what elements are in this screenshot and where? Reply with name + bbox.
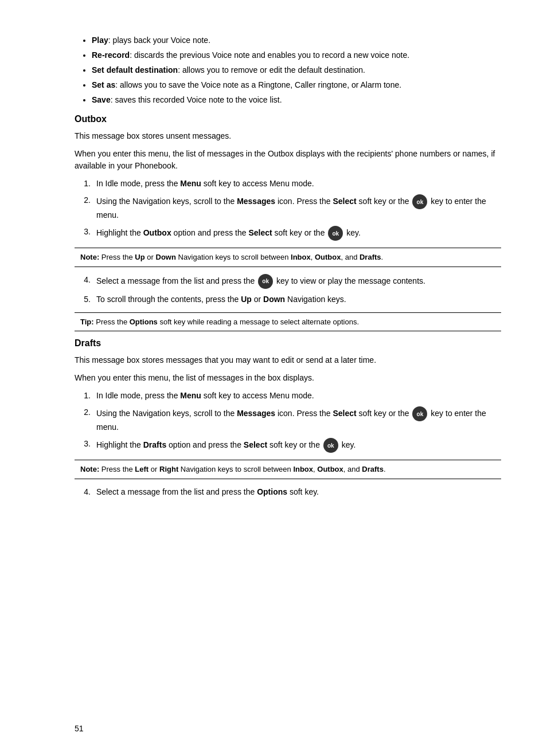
step-number: 2. [75,406,91,433]
drafts-step-1: 1. In Idle mode, press the Menu soft key… [75,390,501,402]
step-content: Using the Navigation keys, scroll to the… [96,406,501,433]
step-number: 3. [75,438,91,453]
tip-label: Tip: [80,318,94,326]
outbox-steps-2: 4. Select a message from the list and pr… [75,274,501,305]
step-content: Highlight the Drafts option and press th… [96,438,501,453]
outbox-step-5: 5. To scroll through the contents, press… [75,293,501,305]
outbox-tip: Tip: Press the Options soft key while re… [75,312,501,332]
bullet-text: : saves this recorded Voice note to the … [111,95,282,104]
list-item: Re-record: discards the previous Voice n… [92,49,501,61]
bullet-label: Set default destination [92,65,178,75]
outbox-step-1: 1. In Idle mode, press the Menu soft key… [75,178,501,190]
outbox-para1: This message box stores unsent messages. [75,130,501,142]
step-content: To scroll through the contents, press th… [96,293,501,305]
ok-button-icon: ok [328,226,343,241]
step-number: 4. [75,486,91,498]
step-content: Using the Navigation keys, scroll to the… [96,194,501,221]
outbox-heading: Outbox [75,114,501,124]
bullet-text: : plays back your Voice note. [108,36,210,45]
bullet-text: : discards the previous Voice note and e… [130,50,409,60]
bullet-text: : allows you to remove or edit the defau… [178,65,365,75]
step-content: Highlight the Outbox option and press th… [96,226,501,241]
page-number: 51 [75,724,84,733]
drafts-step-2: 2. Using the Navigation keys, scroll to … [75,406,501,433]
note-label: Note: [80,465,99,473]
ok-button-icon: ok [412,194,427,209]
drafts-note: Note: Press the Left or Right Navigation… [75,460,501,479]
drafts-heading: Drafts [75,338,501,348]
list-item: Play: plays back your Voice note. [92,34,501,46]
step-content: Select a message from the list and press… [96,486,501,498]
drafts-para2: When you enter this menu, the list of me… [75,372,501,384]
bullet-text: : allows you to save the Voice note as a… [115,80,401,89]
ok-button-icon: ok [412,406,427,421]
outbox-steps-1: 1. In Idle mode, press the Menu soft key… [75,178,501,241]
drafts-steps-1: 1. In Idle mode, press the Menu soft key… [75,390,501,453]
outbox-note: Note: Press the Up or Down Navigation ke… [75,248,501,267]
list-item: Save: saves this recorded Voice note to … [92,94,501,106]
drafts-step-3: 3. Highlight the Drafts option and press… [75,438,501,453]
step-content: In Idle mode, press the Menu soft key to… [96,178,501,190]
step-number: 1. [75,390,91,402]
step-number: 5. [75,293,91,305]
outbox-step-2: 2. Using the Navigation keys, scroll to … [75,194,501,221]
step-number: 2. [75,194,91,221]
outbox-step-4: 4. Select a message from the list and pr… [75,274,501,289]
ok-button-icon: ok [323,438,338,453]
note-label: Note: [80,253,99,261]
ok-button-icon: ok [258,274,273,289]
outbox-section: Outbox This message box stores unsent me… [75,114,501,331]
step-number: 1. [75,178,91,190]
list-item: Set default destination: allows you to r… [92,64,501,76]
outbox-para2: When you enter this menu, the list of me… [75,148,501,172]
step-content: Select a message from the list and press… [96,274,501,289]
step-number: 3. [75,226,91,241]
step-content: In Idle mode, press the Menu soft key to… [96,390,501,402]
outbox-step-3: 3. Highlight the Outbox option and press… [75,226,501,241]
list-item: Set as: allows you to save the Voice not… [92,79,501,91]
drafts-step-4: 4. Select a message from the list and pr… [75,486,501,498]
bullet-label: Play [92,36,108,45]
bullet-label: Save [92,95,111,104]
bullet-label: Re-record [92,50,130,60]
bullet-label: Set as [92,80,115,89]
drafts-section: Drafts This message box stores messages … [75,338,501,498]
step-number: 4. [75,274,91,289]
drafts-para1: This message box stores messages that yo… [75,354,501,366]
drafts-steps-2: 4. Select a message from the list and pr… [75,486,501,498]
bullet-list: Play: plays back your Voice note. Re-rec… [92,34,501,106]
